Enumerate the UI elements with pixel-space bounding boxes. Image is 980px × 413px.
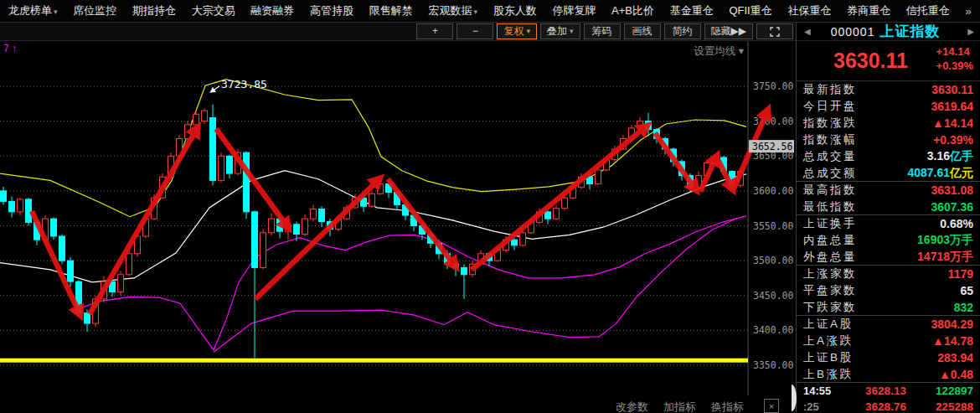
quote-row-上证A股: 上证A股3804.29 [797, 316, 980, 333]
quote-row-最高指数: 最高指数3631.08 [797, 182, 980, 199]
row-value: 1179 [948, 267, 973, 281]
toolbar-button-简约[interactable]: 简约 [664, 23, 701, 39]
candle-body [26, 199, 32, 222]
candle-body [219, 156, 224, 180]
row-number: ▲0.48 [939, 368, 973, 381]
menu-item-大宗交易[interactable]: 大宗交易 [192, 3, 235, 18]
switch-indicator-button[interactable]: 换指标 [711, 400, 744, 413]
row-label: 总成交额 [803, 166, 857, 181]
candle-body [462, 267, 467, 274]
candle-body [68, 261, 74, 281]
ma-line-magenta-upper [71, 216, 746, 350]
menu-item-基金重仓[interactable]: 基金重仓 [670, 3, 714, 18]
row-label: 上证换手 [803, 216, 857, 231]
row-label: 总成交量 [803, 149, 857, 164]
row-value: 3607.36 [931, 200, 973, 214]
menu-item-A+B比价[interactable]: A+B比价 [611, 3, 654, 18]
support-trendline[interactable] [0, 359, 748, 363]
quote-row-内盘总量: 内盘总量16903万手 [797, 232, 980, 249]
toolbar-button-画线[interactable]: 画线 [624, 23, 661, 39]
menu-item-券商重仓[interactable]: 券商重仓 [847, 3, 890, 18]
menu-item-限售解禁[interactable]: 限售解禁 [369, 3, 413, 18]
trend-arrow[interactable] [472, 126, 646, 270]
kline-chart[interactable]: 3750.003700.003650.003600.003550.003500.… [0, 41, 796, 395]
next-stock-icon[interactable]: ▶ [967, 27, 974, 36]
candle-body [1, 191, 7, 201]
row-unit: 万手 [950, 250, 973, 263]
menu-item-期指持仓[interactable]: 期指持仓 [132, 3, 176, 18]
row-label: 最新指数 [803, 82, 857, 97]
menu-item-信托重仓[interactable]: 信托重仓 [906, 3, 950, 18]
candle-body [227, 156, 233, 173]
toolbar-button-−[interactable]: − [456, 23, 493, 39]
row-value: 16903万手 [917, 233, 973, 248]
menu-item-股东人数[interactable]: 股东人数 [493, 3, 537, 18]
toolbar-button-+[interactable]: + [416, 23, 453, 39]
tick-row: :253628.76225288 [797, 399, 980, 413]
row-number: ▲14.14 [932, 116, 973, 130]
ma7-corner-label: 7 ↑ [3, 43, 17, 54]
indicator-actions: 改参数 加指标 换指标 [616, 400, 744, 413]
candle-body [260, 233, 266, 268]
menu-item-»[interactable]: » [966, 5, 972, 18]
row-value: 4087.61亿元 [907, 166, 973, 181]
chart-toolbar: +−复权▾叠加▾筹码画线简约隐藏▶▶ [0, 23, 796, 41]
change-value: +14.14 [936, 44, 973, 59]
candle-body [118, 275, 124, 292]
candle-body [319, 209, 325, 222]
candle-body [193, 114, 199, 124]
y-axis-label: 3750.00 [753, 80, 794, 92]
toolbar-button-叠加[interactable]: 叠加▾ [540, 23, 580, 39]
menu-item-高管持股[interactable]: 高管持股 [310, 3, 353, 18]
close-indicator-icon[interactable]: × [764, 399, 779, 413]
tick-trade-rows: 14:553628.13122897:253628.76225288 [797, 383, 980, 413]
candle-body [512, 240, 518, 245]
menu-item-社保重仓[interactable]: 社保重仓 [787, 3, 831, 18]
toolbar-button-隐藏▶▶[interactable]: 隐藏▶▶ [704, 23, 753, 39]
y-axis-label: 3550.00 [753, 220, 794, 232]
trend-arrow[interactable] [255, 180, 379, 299]
prev-stock-icon[interactable]: ◀ [804, 27, 811, 36]
trend-arrow[interactable] [90, 129, 197, 314]
y-axis-label: 3500.00 [753, 255, 794, 266]
menu-item-席位监控[interactable]: 席位监控 [73, 3, 116, 18]
trend-arrow[interactable] [388, 179, 455, 266]
quote-row-上B涨跌: 上B涨跌▲0.48 [797, 366, 980, 383]
price-change: +14.14 +0.39% [936, 44, 973, 73]
candle-body [562, 198, 568, 208]
main-area: +−复权▾叠加▾筹码画线简约隐藏▶▶ 3750.003700.003650.00… [0, 23, 980, 413]
toolbar-button-筹码[interactable]: 筹码 [584, 23, 621, 39]
row-label: 上涨家数 [803, 266, 857, 281]
menu-item-融资融券[interactable]: 融资融券 [250, 3, 294, 18]
last-price: 3630.11 [833, 49, 908, 73]
change-params-button[interactable]: 改参数 [616, 400, 648, 413]
tick-volume: 122897 [925, 385, 973, 397]
menu-item-宏观数据[interactable]: 宏观数据▾ [428, 3, 477, 18]
menu-item-停牌复牌[interactable]: 停牌复牌 [552, 3, 596, 18]
candle-body [9, 201, 15, 211]
fullscreen-button[interactable] [756, 23, 793, 39]
menu-item-QFII重仓[interactable]: QFII重仓 [729, 3, 771, 18]
row-value: 65 [960, 284, 973, 297]
candle-body [587, 177, 593, 183]
toolbar-button-复权[interactable]: 复权▾ [497, 23, 537, 39]
candle-body [126, 254, 132, 275]
menu-item-龙虎榜单[interactable]: 龙虎榜单▾ [8, 3, 58, 18]
row-label: 内盘总量 [803, 233, 857, 248]
tick-time: :25 [803, 400, 847, 413]
stock-name[interactable]: 上证指数 [879, 22, 940, 41]
quote-row-上证B股: 上证B股283.94 [797, 349, 980, 366]
add-indicator-button[interactable]: 加指标 [663, 400, 696, 413]
trend-arrow[interactable] [700, 157, 716, 192]
kline-chart-svg[interactable]: 3750.003700.003650.003600.003550.003500.… [0, 41, 796, 395]
ma-settings-button[interactable]: 设置均线 ▾ [694, 45, 744, 57]
row-unit: 亿手 [950, 149, 973, 163]
row-number: 0.68% [940, 217, 973, 230]
ma-line-magenta-lower [214, 218, 737, 352]
quote-row-上涨家数: 上涨家数1179 [797, 266, 980, 282]
candle-body [596, 170, 601, 184]
row-number: 3630.11 [931, 83, 973, 96]
row-number: 3619.64 [931, 100, 973, 113]
candle-body [18, 199, 23, 212]
trend-arrow[interactable] [655, 133, 695, 189]
